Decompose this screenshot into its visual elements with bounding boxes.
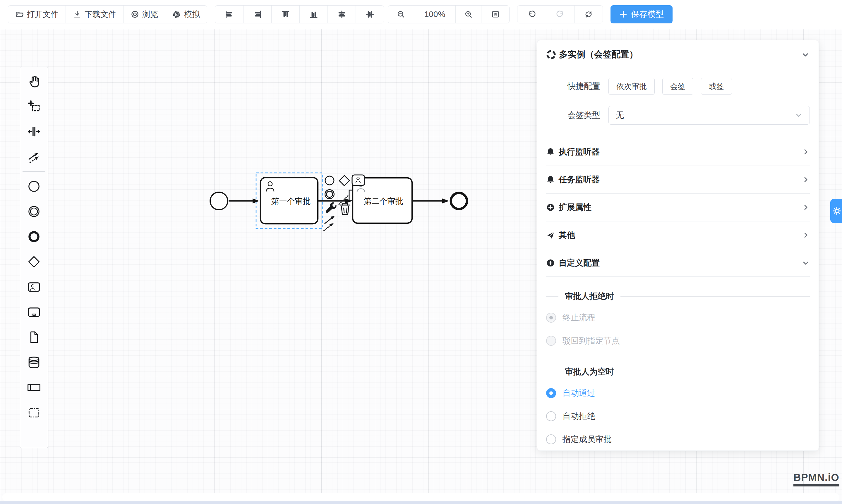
zoom-button-group: 100% xyxy=(388,5,510,23)
section-title-text: 审批人为空时 xyxy=(565,366,614,377)
preview-button[interactable]: 浏览 xyxy=(123,5,165,23)
trash-delete-icon[interactable] xyxy=(340,203,350,214)
align-right-button[interactable] xyxy=(243,5,271,23)
section-task-listener[interactable]: 任务监听器 xyxy=(546,165,810,193)
zoom-level-display[interactable]: 100% xyxy=(414,5,455,23)
zoom-out-button[interactable] xyxy=(388,5,414,23)
simulate-button[interactable]: 模拟 xyxy=(165,5,207,23)
countersign-button[interactable]: 会签 xyxy=(662,78,693,95)
create-data-object[interactable] xyxy=(21,325,47,350)
align-top-button[interactable] xyxy=(271,5,299,23)
create-gateway[interactable] xyxy=(21,249,47,274)
sequential-approve-button[interactable]: 依次审批 xyxy=(609,78,655,95)
section-extended-attributes[interactable]: 扩展属性 xyxy=(546,193,810,221)
gear-icon xyxy=(832,206,841,215)
watermark-text: BPMN.iO xyxy=(793,471,839,486)
sign-type-row: 会签类型 无 xyxy=(546,106,810,125)
chevron-down-icon[interactable] xyxy=(801,50,810,59)
section-other[interactable]: 其他 xyxy=(546,221,810,249)
arrowhead xyxy=(442,199,449,203)
section-custom-config[interactable]: 自定义配置 xyxy=(546,249,810,277)
settings-tab[interactable] xyxy=(830,199,842,223)
data-object-icon xyxy=(27,330,41,344)
group-icon xyxy=(27,406,41,419)
element-palette xyxy=(20,67,48,448)
palette-separator xyxy=(22,172,46,172)
open-file-button[interactable]: 打开文件 xyxy=(8,5,66,23)
start-event[interactable] xyxy=(210,192,228,210)
connect-tool-icon[interactable] xyxy=(324,216,335,231)
radio-assign-member[interactable]: 指定成员审批 xyxy=(546,428,810,451)
redo-button[interactable] xyxy=(546,5,574,23)
radio-circle xyxy=(546,388,556,398)
fit-viewport-button[interactable] xyxy=(481,5,509,23)
create-user-task[interactable] xyxy=(21,274,47,300)
zoom-out-icon xyxy=(397,10,405,19)
lasso-tool[interactable] xyxy=(21,94,47,119)
create-intermediate-event[interactable] xyxy=(21,199,47,224)
top-toolbar: 打开文件 下载文件 浏览 模拟 xyxy=(0,0,842,29)
user-task-icon xyxy=(27,280,41,294)
simulate-label: 模拟 xyxy=(184,9,200,20)
restart-button[interactable] xyxy=(574,5,602,23)
panel-header[interactable]: 多实例（会签配置） xyxy=(546,40,810,69)
radio-auto-reject[interactable]: 自动拒绝 xyxy=(546,404,810,428)
radio-label: 指定成员审批 xyxy=(562,434,612,445)
append-user-task-icon[interactable] xyxy=(352,175,365,185)
radio-terminate-process[interactable]: 终止流程 xyxy=(546,306,810,329)
user-task-first-approval[interactable]: 第一个审批 xyxy=(261,178,318,224)
create-end-event[interactable] xyxy=(21,224,47,249)
custom-config-content: 审批人拒绝时 终止流程 驳回到指定节点 审批人为空时 自动通过 自动拒绝 指定成… xyxy=(546,291,810,451)
align-right-icon xyxy=(253,10,262,19)
file-button-group: 打开文件 下载文件 浏览 模拟 xyxy=(8,5,207,23)
create-participant[interactable] xyxy=(21,375,47,400)
radio-auto-pass[interactable]: 自动通过 xyxy=(546,381,810,404)
sign-type-label: 会签类型 xyxy=(546,110,600,121)
append-gateway-icon[interactable] xyxy=(339,176,349,186)
save-model-label: 保存模型 xyxy=(631,9,664,20)
properties-panel: 多实例（会签配置） 快捷配置 依次审批 会签 或签 会签类型 无 执行监听器 xyxy=(537,40,819,451)
end-event[interactable] xyxy=(451,193,467,209)
undo-button[interactable] xyxy=(518,5,546,23)
radio-circle xyxy=(546,336,556,346)
create-start-event[interactable] xyxy=(21,174,47,199)
global-connect-tool[interactable] xyxy=(21,144,47,169)
section-title-text: 审批人拒绝时 xyxy=(565,291,614,302)
or-sign-button[interactable]: 或签 xyxy=(701,78,732,95)
plus-circle-icon xyxy=(546,203,555,212)
save-model-button[interactable]: 保存模型 xyxy=(611,5,672,23)
align-button-group xyxy=(215,5,384,23)
append-end-event-icon[interactable] xyxy=(325,176,334,185)
create-subprocess[interactable] xyxy=(21,300,47,325)
radio-return-to-node[interactable]: 驳回到指定节点 xyxy=(546,329,810,352)
plus-circle-icon xyxy=(546,258,555,267)
sign-type-value: 无 xyxy=(616,110,624,121)
space-tool[interactable] xyxy=(21,119,47,144)
task-label: 第一个审批 xyxy=(271,197,311,205)
align-left-button[interactable] xyxy=(215,5,243,23)
gateway-icon xyxy=(27,255,41,269)
hand-tool[interactable] xyxy=(21,69,47,94)
subprocess-icon xyxy=(27,305,41,319)
download-file-button[interactable]: 下载文件 xyxy=(66,5,123,23)
align-bottom-icon xyxy=(309,10,318,19)
radio-circle xyxy=(546,411,556,421)
chevron-right-icon xyxy=(802,148,810,156)
create-group[interactable] xyxy=(21,400,47,425)
wrench-change-type-icon[interactable] xyxy=(326,202,337,213)
redo-icon xyxy=(556,10,564,19)
align-center-button[interactable] xyxy=(355,5,384,23)
bpmn-io-watermark[interactable]: BPMN.iO xyxy=(793,471,839,486)
section-execution-listener[interactable]: 执行监听器 xyxy=(546,138,810,165)
start-event-icon xyxy=(27,180,41,193)
preview-icon xyxy=(130,10,139,19)
zoom-in-button[interactable] xyxy=(455,5,481,23)
fit-viewport-icon xyxy=(491,10,500,19)
append-intermediate-event-icon[interactable] xyxy=(325,190,334,199)
align-bottom-button[interactable] xyxy=(299,5,328,23)
sign-type-select[interactable]: 无 xyxy=(609,106,810,125)
create-data-store[interactable] xyxy=(21,350,47,375)
align-middle-button[interactable] xyxy=(328,5,355,23)
section-label: 任务监听器 xyxy=(559,174,600,185)
end-event-icon xyxy=(27,230,41,244)
